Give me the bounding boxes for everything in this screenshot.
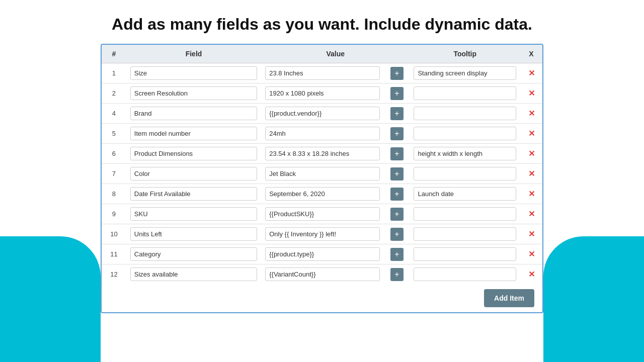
value-cell[interactable] bbox=[261, 184, 384, 204]
delete-button[interactable]: ✕ bbox=[528, 249, 535, 259]
delete-button[interactable]: ✕ bbox=[528, 68, 535, 78]
value-input[interactable] bbox=[265, 207, 380, 221]
value-cell[interactable] bbox=[261, 83, 384, 104]
tooltip-cell[interactable] bbox=[410, 164, 520, 184]
plus-cell[interactable]: + bbox=[384, 83, 410, 104]
field-cell[interactable] bbox=[126, 184, 261, 204]
field-cell[interactable] bbox=[126, 144, 261, 164]
value-input[interactable] bbox=[265, 66, 380, 80]
value-input[interactable] bbox=[265, 187, 380, 201]
field-cell[interactable] bbox=[126, 224, 261, 244]
plus-cell[interactable]: + bbox=[384, 104, 410, 124]
field-cell[interactable] bbox=[126, 264, 261, 285]
plus-button[interactable]: + bbox=[390, 87, 404, 100]
tooltip-cell[interactable] bbox=[410, 124, 520, 144]
plus-cell[interactable]: + bbox=[384, 164, 410, 184]
delete-button[interactable]: ✕ bbox=[528, 149, 535, 158]
x-cell[interactable]: ✕ bbox=[520, 63, 542, 83]
x-cell[interactable]: ✕ bbox=[520, 83, 542, 104]
plus-button[interactable]: + bbox=[390, 248, 404, 261]
field-cell[interactable] bbox=[126, 104, 261, 124]
value-input[interactable] bbox=[265, 227, 380, 241]
value-input[interactable] bbox=[265, 267, 380, 281]
plus-cell[interactable]: + bbox=[384, 63, 410, 83]
tooltip-input[interactable] bbox=[414, 267, 516, 281]
delete-button[interactable]: ✕ bbox=[528, 88, 535, 98]
x-cell[interactable]: ✕ bbox=[520, 164, 542, 184]
tooltip-input[interactable] bbox=[414, 86, 516, 100]
field-input[interactable] bbox=[130, 167, 257, 180]
field-input[interactable] bbox=[130, 147, 257, 160]
field-input[interactable] bbox=[130, 247, 257, 261]
tooltip-input[interactable] bbox=[414, 167, 516, 180]
delete-button[interactable]: ✕ bbox=[528, 109, 535, 118]
tooltip-cell[interactable] bbox=[410, 264, 520, 285]
value-input[interactable] bbox=[265, 127, 380, 140]
tooltip-cell[interactable] bbox=[410, 63, 520, 83]
plus-cell[interactable]: + bbox=[384, 124, 410, 144]
plus-button[interactable]: + bbox=[390, 228, 404, 241]
tooltip-input[interactable] bbox=[414, 127, 516, 140]
x-cell[interactable]: ✕ bbox=[520, 124, 542, 144]
tooltip-cell[interactable] bbox=[410, 83, 520, 104]
x-cell[interactable]: ✕ bbox=[520, 224, 542, 244]
tooltip-input[interactable] bbox=[414, 207, 516, 221]
plus-cell[interactable]: + bbox=[384, 224, 410, 244]
value-cell[interactable] bbox=[261, 224, 384, 244]
tooltip-cell[interactable] bbox=[410, 104, 520, 124]
tooltip-input[interactable] bbox=[414, 247, 516, 261]
tooltip-input[interactable] bbox=[414, 147, 516, 160]
delete-button[interactable]: ✕ bbox=[528, 229, 535, 239]
value-cell[interactable] bbox=[261, 204, 384, 224]
x-cell[interactable]: ✕ bbox=[520, 184, 542, 204]
tooltip-input[interactable] bbox=[414, 66, 516, 80]
field-cell[interactable] bbox=[126, 244, 261, 264]
value-input[interactable] bbox=[265, 107, 380, 120]
value-cell[interactable] bbox=[261, 63, 384, 83]
field-input[interactable] bbox=[130, 86, 257, 100]
plus-button[interactable]: + bbox=[390, 147, 404, 160]
delete-button[interactable]: ✕ bbox=[528, 209, 535, 219]
value-input[interactable] bbox=[265, 86, 380, 100]
field-input[interactable] bbox=[130, 187, 257, 201]
plus-button[interactable]: + bbox=[390, 107, 404, 120]
field-cell[interactable] bbox=[126, 204, 261, 224]
delete-button[interactable]: ✕ bbox=[528, 189, 535, 199]
plus-button[interactable]: + bbox=[390, 188, 404, 201]
value-cell[interactable] bbox=[261, 124, 384, 144]
field-cell[interactable] bbox=[126, 83, 261, 104]
delete-button[interactable]: ✕ bbox=[528, 169, 535, 178]
plus-cell[interactable]: + bbox=[384, 264, 410, 285]
tooltip-cell[interactable] bbox=[410, 144, 520, 164]
plus-button[interactable]: + bbox=[390, 127, 404, 140]
plus-cell[interactable]: + bbox=[384, 204, 410, 224]
tooltip-input[interactable] bbox=[414, 107, 516, 120]
field-cell[interactable] bbox=[126, 164, 261, 184]
field-input[interactable] bbox=[130, 127, 257, 140]
field-input[interactable] bbox=[130, 66, 257, 80]
tooltip-input[interactable] bbox=[414, 227, 516, 241]
tooltip-cell[interactable] bbox=[410, 204, 520, 224]
value-input[interactable] bbox=[265, 167, 380, 180]
value-cell[interactable] bbox=[261, 244, 384, 264]
value-cell[interactable] bbox=[261, 144, 384, 164]
tooltip-cell[interactable] bbox=[410, 224, 520, 244]
x-cell[interactable]: ✕ bbox=[520, 244, 542, 264]
x-cell[interactable]: ✕ bbox=[520, 204, 542, 224]
x-cell[interactable]: ✕ bbox=[520, 144, 542, 164]
field-cell[interactable] bbox=[126, 63, 261, 83]
add-item-button[interactable]: Add Item bbox=[484, 289, 534, 307]
tooltip-cell[interactable] bbox=[410, 184, 520, 204]
value-cell[interactable] bbox=[261, 264, 384, 285]
field-input[interactable] bbox=[130, 227, 257, 241]
x-cell[interactable]: ✕ bbox=[520, 104, 542, 124]
field-cell[interactable] bbox=[126, 124, 261, 144]
value-cell[interactable] bbox=[261, 164, 384, 184]
value-cell[interactable] bbox=[261, 104, 384, 124]
value-input[interactable] bbox=[265, 147, 380, 160]
plus-button[interactable]: + bbox=[390, 167, 404, 180]
tooltip-input[interactable] bbox=[414, 187, 516, 201]
plus-cell[interactable]: + bbox=[384, 184, 410, 204]
field-input[interactable] bbox=[130, 207, 257, 221]
delete-button[interactable]: ✕ bbox=[528, 269, 535, 279]
